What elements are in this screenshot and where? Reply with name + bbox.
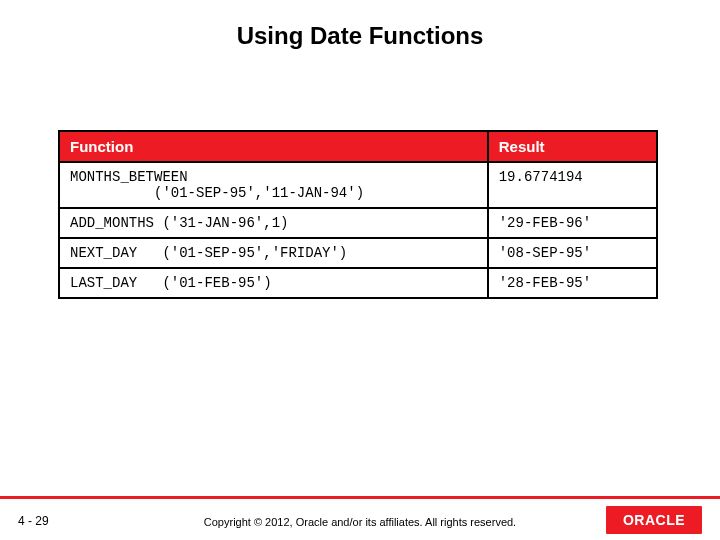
functions-table-wrap: Function Result MONTHS_BETWEEN ('01-SEP-… <box>58 130 658 299</box>
cell-function: LAST_DAY ('01-FEB-95') <box>59 268 488 298</box>
table-header-row: Function Result <box>59 131 657 162</box>
cell-result: '08-SEP-95' <box>488 238 657 268</box>
cell-result: 19.6774194 <box>488 162 657 208</box>
footer: 4 - 29 Copyright © 2012, Oracle and/or i… <box>0 496 720 540</box>
table-row: ADD_MONTHS ('31-JAN-96',1) '29-FEB-96' <box>59 208 657 238</box>
slide: Using Date Functions Function Result MON… <box>0 0 720 540</box>
cell-function: ADD_MONTHS ('31-JAN-96',1) <box>59 208 488 238</box>
cell-result: '29-FEB-96' <box>488 208 657 238</box>
functions-table: Function Result MONTHS_BETWEEN ('01-SEP-… <box>58 130 658 299</box>
footer-divider <box>0 496 720 499</box>
col-header-result: Result <box>488 131 657 162</box>
cell-function: NEXT_DAY ('01-SEP-95','FRIDAY') <box>59 238 488 268</box>
table-row: MONTHS_BETWEEN ('01-SEP-95','11-JAN-94')… <box>59 162 657 208</box>
table-row: NEXT_DAY ('01-SEP-95','FRIDAY') '08-SEP-… <box>59 238 657 268</box>
slide-title: Using Date Functions <box>0 0 720 50</box>
oracle-logo: ORACLE <box>606 506 702 534</box>
col-header-function: Function <box>59 131 488 162</box>
table-row: LAST_DAY ('01-FEB-95') '28-FEB-95' <box>59 268 657 298</box>
cell-function: MONTHS_BETWEEN ('01-SEP-95','11-JAN-94') <box>59 162 488 208</box>
oracle-logo-text: ORACLE <box>623 512 685 528</box>
cell-result: '28-FEB-95' <box>488 268 657 298</box>
